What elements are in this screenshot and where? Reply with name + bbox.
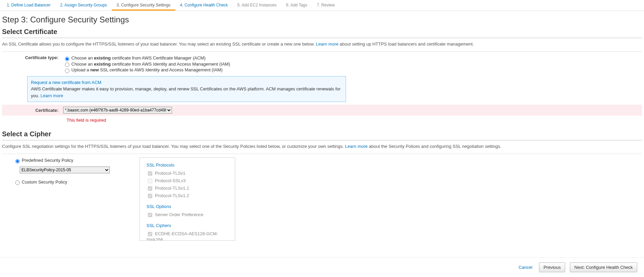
wizard-tab[interactable]: 5. Add EC2 Instances (232, 0, 281, 11)
wizard-tab[interactable]: 3. Configure Security Settings (112, 0, 175, 11)
wizard-tab[interactable]: 7. Review (312, 0, 340, 11)
wizard-tabs: 1. Define Load Balancer2. Assign Securit… (0, 0, 644, 11)
wizard-tab[interactable]: 6. Add Tags (281, 0, 312, 11)
wizard-tab[interactable]: 4. Configure Health Check (175, 0, 233, 11)
wizard-tab[interactable]: 2. Assign Security Groups (55, 0, 112, 11)
wizard-tab[interactable]: 1. Define Load Balancer (2, 0, 55, 11)
